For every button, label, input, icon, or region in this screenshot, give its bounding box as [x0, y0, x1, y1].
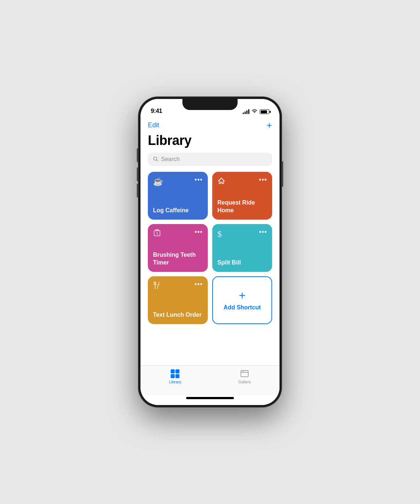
card-top: •••	[217, 177, 267, 187]
page-title: Library	[140, 131, 280, 153]
phone-screen: 9:41	[140, 99, 280, 405]
svg-line-1	[157, 160, 158, 161]
add-shortcut-button[interactable]: + Add Shortcut	[212, 276, 272, 324]
tab-library[interactable]: Library	[169, 369, 181, 384]
dollar-icon: $	[217, 229, 222, 239]
home-indicator-area	[140, 395, 280, 405]
search-bar[interactable]: Search	[148, 153, 272, 166]
edit-button[interactable]: Edit	[148, 121, 159, 129]
search-placeholder: Search	[161, 156, 180, 163]
shortcut-split-bill[interactable]: $ ••• Split Bill	[212, 224, 272, 272]
add-shortcut-label: Add Shortcut	[224, 304, 261, 311]
shortcut-request-ride-home[interactable]: ••• Request Ride Home	[212, 172, 272, 220]
add-plus-icon: +	[239, 290, 246, 301]
shortcut-name: Request Ride Home	[217, 199, 267, 214]
card-top: $ •••	[217, 229, 267, 239]
shortcut-name: Text Lunch Order	[153, 311, 203, 319]
status-time: 9:41	[151, 108, 162, 114]
more-button[interactable]: •••	[195, 281, 203, 287]
timer-icon	[153, 229, 161, 239]
more-button[interactable]: •••	[195, 229, 203, 234]
home-icon	[217, 177, 225, 187]
tab-gallery-label: Gallery	[238, 380, 251, 384]
nav-bar: Edit +	[140, 117, 280, 131]
card-top: •••	[153, 281, 203, 292]
notch	[182, 99, 238, 110]
status-icons	[243, 109, 269, 114]
svg-rect-8	[241, 370, 248, 377]
status-bar: 9:41	[140, 99, 280, 117]
shortcuts-grid: ☕ ••• Log Caffeine •••	[140, 172, 280, 324]
add-button[interactable]: +	[267, 120, 272, 130]
phone-device: 9:41	[138, 97, 282, 407]
app-content: Edit + Library Search	[140, 117, 280, 365]
tab-gallery[interactable]: Gallery	[238, 369, 251, 384]
gallery-icon	[241, 369, 249, 378]
more-button[interactable]: •••	[195, 177, 203, 182]
more-button[interactable]: •••	[259, 229, 267, 234]
battery-icon	[260, 109, 269, 114]
shortcut-brushing-teeth-timer[interactable]: ••• Brushing Teeth Timer	[148, 224, 208, 272]
shortcut-text-lunch-order[interactable]: ••• Text Lunch Order	[148, 276, 208, 324]
card-top: •••	[153, 229, 203, 239]
tab-library-label: Library	[169, 380, 181, 384]
home-indicator	[186, 397, 234, 399]
food-icon	[153, 281, 161, 292]
card-top: ☕ •••	[153, 177, 203, 187]
shortcut-name: Brushing Teeth Timer	[153, 251, 203, 267]
tab-bar: Library Gallery	[140, 365, 280, 395]
more-button[interactable]: •••	[259, 177, 267, 182]
shortcut-name: Log Caffeine	[153, 207, 203, 214]
wifi-icon	[252, 109, 257, 114]
caffeine-icon: ☕	[153, 177, 163, 187]
search-icon	[153, 156, 158, 163]
signal-icon	[243, 110, 249, 114]
shortcut-name: Split Bill	[217, 259, 267, 267]
library-icon	[171, 369, 179, 378]
shortcut-log-caffeine[interactable]: ☕ ••• Log Caffeine	[148, 172, 208, 220]
